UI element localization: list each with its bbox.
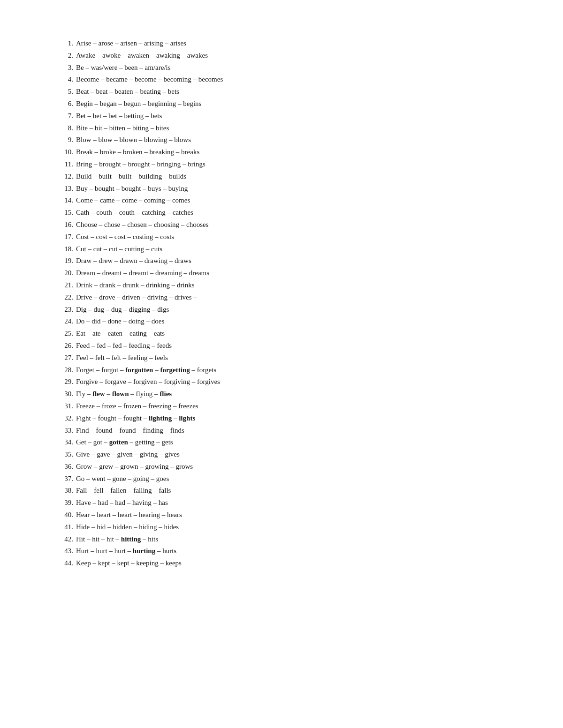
item-text: Blow – blow – blown – blowing – blows	[76, 134, 191, 146]
list-item: 33.Find – found – found – finding – find…	[56, 425, 507, 437]
item-number: 1.	[56, 38, 73, 50]
item-number: 26.	[56, 340, 73, 352]
item-text: Get – got – gotten – getting – gets	[76, 436, 173, 449]
item-text: Hide – hid – hidden – hiding – hides	[76, 521, 179, 533]
list-item: 38.Fall – fell – fallen – falling – fall…	[56, 485, 507, 497]
list-item: 2.Awake – awoke – awaken – awaking – awa…	[56, 50, 507, 62]
item-number: 11.	[56, 158, 73, 171]
item-text: Choose – chose – chosen – choosing – cho…	[76, 219, 208, 231]
item-number: 31.	[56, 400, 73, 413]
list-item: 35.Give – gave – given – giving – gives	[56, 449, 507, 461]
item-number: 42.	[56, 533, 73, 546]
list-item: 25.Eat – ate – eaten – eating – eats	[56, 328, 507, 340]
list-item: 15.Cath – couth – couth – catching – cat…	[56, 207, 507, 219]
list-item: 4.Become – became – become – becoming – …	[56, 74, 507, 86]
item-number: 24.	[56, 315, 73, 328]
item-number: 32.	[56, 413, 73, 425]
item-text: Awake – awoke – awaken – awaking – awake…	[76, 50, 208, 62]
list-item: 7.Bet – bet – bet – betting – bets	[56, 110, 507, 122]
item-number: 6.	[56, 98, 73, 110]
item-number: 29.	[56, 376, 73, 388]
item-text: Go – went – gone – going – goes	[76, 473, 169, 485]
item-text: Draw – drew – drawn – drawing – draws	[76, 255, 191, 267]
item-number: 9.	[56, 134, 73, 146]
item-text: Give – gave – given – giving – gives	[76, 449, 180, 461]
list-item: 26.Feed – fed – fed – feeding – feeds	[56, 340, 507, 352]
item-number: 25.	[56, 328, 73, 340]
list-item: 42.Hit – hit – hit – hitting – hits	[56, 533, 507, 546]
list-item: 18.Cut – cut – cut – cutting – cuts	[56, 243, 507, 255]
list-item: 37.Go – went – gone – going – goes	[56, 473, 507, 485]
list-item: 44.Keep – kept – kept – keeping – keeps	[56, 557, 507, 570]
list-item: 13.Buy – bought – bought – buys – buying	[56, 183, 507, 195]
item-number: 36.	[56, 461, 73, 473]
item-number: 21.	[56, 279, 73, 292]
list-item: 34.Get – got – gotten – getting – gets	[56, 436, 507, 449]
list-item: 32.Fight – fought – fought – lighting – …	[56, 413, 507, 425]
item-number: 12.	[56, 171, 73, 183]
list-item: 43.Hurt – hurt – hurt – hurting – hurts	[56, 545, 507, 557]
item-text: Break – broke – broken – breaking – brea…	[76, 146, 199, 158]
list-item: 9.Blow – blow – blown – blowing – blows	[56, 134, 507, 146]
item-text: Bet – bet – bet – betting – bets	[76, 110, 162, 122]
item-text: Bring – brought – brought – bringing – b…	[76, 158, 205, 171]
list-item: 36.Grow – grew – grown – growing – grows	[56, 461, 507, 473]
item-number: 5.	[56, 86, 73, 98]
item-number: 2.	[56, 50, 73, 62]
item-text: Bite – bit – bitten – biting – bites	[76, 122, 169, 135]
item-number: 13.	[56, 183, 73, 195]
item-number: 33.	[56, 425, 73, 437]
item-text: Cut – cut – cut – cutting – cuts	[76, 243, 162, 255]
item-number: 34.	[56, 436, 73, 449]
item-number: 10.	[56, 146, 73, 158]
item-number: 8.	[56, 122, 73, 135]
list-item: 39.Have – had – had – having – has	[56, 497, 507, 509]
list-item: 29.Forgive – forgave – forgiven – forgiv…	[56, 376, 507, 388]
item-text: Keep – kept – kept – keeping – keeps	[76, 557, 182, 570]
item-text: Forget – forgot – forgotten – forgetting…	[76, 364, 216, 376]
list-item: 5.Beat – beat – beaten – beating – bets	[56, 86, 507, 98]
item-text: Find – found – found – finding – finds	[76, 425, 184, 437]
item-text: Grow – grew – grown – growing – grows	[76, 461, 193, 473]
item-number: 41.	[56, 521, 73, 533]
list-item: 3.Be – was/were – been – am/are/is	[56, 62, 507, 74]
list-item: 16.Choose – chose – chosen – choosing – …	[56, 219, 507, 231]
item-text: Fly – flew – flown – flying – flies	[76, 388, 172, 400]
item-number: 19.	[56, 255, 73, 267]
list-item: 19.Draw – drew – drawn – drawing – draws	[56, 255, 507, 267]
list-item: 41.Hide – hid – hidden – hiding – hides	[56, 521, 507, 533]
item-text: Come – came – come – coming – comes	[76, 195, 190, 207]
item-text: Cath – couth – couth – catching – catche…	[76, 207, 193, 219]
item-number: 44.	[56, 557, 73, 570]
item-text: Beat – beat – beaten – beating – bets	[76, 86, 179, 98]
verb-list: 1.Arise – arose – arisen – arising – ari…	[56, 38, 507, 570]
list-item: 14.Come – came – come – coming – comes	[56, 195, 507, 207]
list-item: 22.Drive – drove – driven – driving – dr…	[56, 292, 507, 304]
item-text: Drink – drank – drunk – drinking – drink…	[76, 279, 194, 292]
list-item: 21.Drink – drank – drunk – drinking – dr…	[56, 279, 507, 292]
item-text: Arise – arose – arisen – arising – arise…	[76, 38, 186, 50]
item-text: Feed – fed – fed – feeding – feeds	[76, 340, 172, 352]
item-text: Have – had – had – having – has	[76, 497, 168, 509]
item-text: Begin – began – begun – beginning – begi…	[76, 98, 201, 110]
item-text: Buy – bought – bought – buys – buying	[76, 183, 188, 195]
item-text: Fight – fought – fought – lighting – lig…	[76, 413, 195, 425]
item-number: 4.	[56, 74, 73, 86]
item-number: 16.	[56, 219, 73, 231]
list-item: 12.Build – built – built – building – bu…	[56, 171, 507, 183]
item-number: 37.	[56, 473, 73, 485]
item-number: 14.	[56, 195, 73, 207]
item-text: Drive – drove – driven – driving – drive…	[76, 292, 197, 304]
list-item: 17.Cost – cost – cost – costing – costs	[56, 231, 507, 243]
item-text: Fall – fell – fallen – falling – falls	[76, 485, 171, 497]
list-item: 23.Dig – dug – dug – digging – digs	[56, 304, 507, 316]
list-item: 40.Hear – heart – heart – hearing – hear…	[56, 509, 507, 521]
item-number: 18.	[56, 243, 73, 255]
list-item: 8.Bite – bit – bitten – biting – bites	[56, 122, 507, 135]
item-number: 7.	[56, 110, 73, 122]
item-number: 40.	[56, 509, 73, 521]
item-number: 30.	[56, 388, 73, 400]
list-item: 31.Freeze – froze – frozen – freezing – …	[56, 400, 507, 413]
item-number: 23.	[56, 304, 73, 316]
item-text: Do – did – done – doing – does	[76, 315, 164, 328]
